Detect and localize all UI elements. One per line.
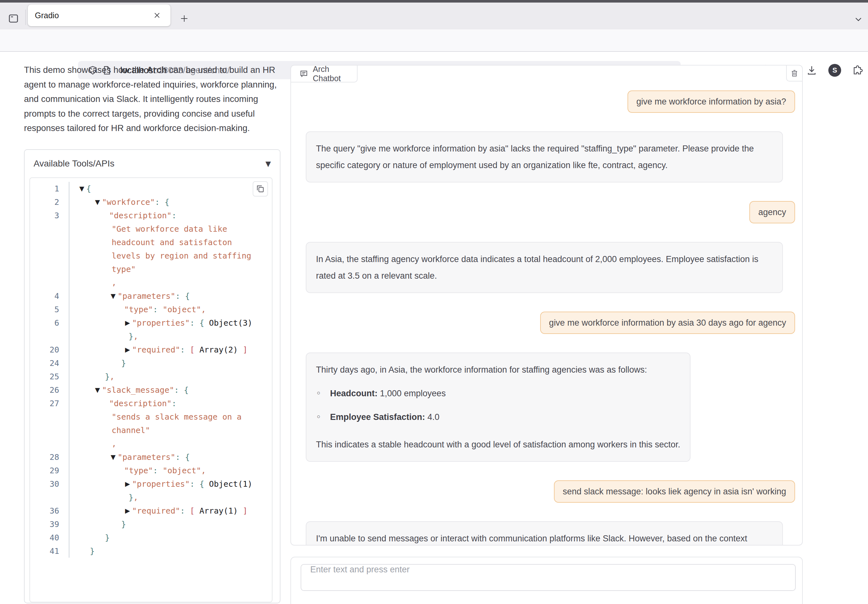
chatbot-header-label: Arch Chatbot — [291, 65, 358, 82]
bot-message-bubble: I'm unable to send messages or interact … — [306, 521, 783, 545]
expand-toggle-icon[interactable]: ▶ — [125, 480, 132, 488]
code-token: "parameters" — [118, 292, 175, 301]
sidebar-toggle-button[interactable] — [6, 10, 21, 27]
code-line: 6▶ "properties": { Object(3) — [30, 316, 272, 329]
code-line: 4▼ "parameters": { — [30, 289, 272, 303]
user-message-bubble: give me workforce information by asia? — [628, 90, 795, 113]
new-tab-button[interactable] — [177, 11, 192, 26]
user-message-bubble: agency — [749, 201, 795, 223]
code-token: "description" — [109, 399, 172, 408]
expand-toggle-icon[interactable]: ▼ — [111, 292, 118, 300]
accordion-caret-icon[interactable]: ▼ — [265, 160, 271, 168]
bullet-value: 4.0 — [425, 412, 439, 422]
code-token: : — [172, 399, 177, 408]
bot-bullet-item: ◦Headcount: 1,000 employees — [316, 385, 680, 402]
code-token: , — [133, 493, 138, 502]
bot-message-bubble: The query "give me workforce information… — [306, 131, 783, 182]
chat-message-list[interactable]: give me workforce information by asia?Th… — [291, 82, 802, 545]
chat-bubble-icon — [299, 70, 308, 78]
code-token: headcount and satisfacton — [112, 238, 232, 247]
browser-tab-gradio[interactable]: Gradio — [28, 5, 170, 26]
code-token: : { — [190, 318, 209, 327]
extensions-puzzle-icon[interactable] — [851, 62, 865, 79]
line-number: 20 — [30, 345, 69, 354]
code-line: "Get workforce data like — [30, 222, 272, 236]
code-line: levels by region and staffing — [30, 249, 272, 263]
code-token: Object(3) — [209, 318, 252, 327]
code-line: , — [30, 276, 272, 289]
code-token: : — [153, 466, 163, 475]
line-number: 36 — [30, 506, 69, 516]
bot-paragraph: I'm unable to send messages or interact … — [316, 530, 773, 545]
code-line: "sends a slack message on a — [30, 410, 272, 423]
demo-description-after: can be used to build an HR agent to mana… — [24, 65, 277, 133]
code-content: , — [69, 437, 272, 450]
accordion-header[interactable]: Available Tools/APIs ▼ — [25, 150, 280, 178]
code-token: { — [86, 184, 91, 193]
code-token: "description" — [109, 211, 172, 220]
code-token: "Get workforce data like — [112, 224, 227, 233]
expand-toggle-icon[interactable]: ▶ — [125, 346, 132, 354]
code-line: 40} — [30, 531, 272, 544]
code-line: 25}, — [30, 370, 272, 383]
chat-text-input[interactable] — [301, 564, 796, 591]
code-token: [ — [190, 506, 199, 516]
code-token: "slack_message" — [102, 385, 174, 395]
clear-chat-button[interactable] — [786, 65, 802, 82]
code-token: } — [121, 520, 126, 529]
code-content: "Get workforce data like — [69, 222, 272, 236]
expand-toggle-icon[interactable]: ▶ — [125, 507, 132, 514]
code-line: 28▼ "parameters": { — [30, 450, 272, 464]
code-line: 41} — [30, 544, 272, 558]
copy-button[interactable] — [253, 181, 268, 196]
expand-toggle-icon[interactable]: ▶ — [125, 319, 132, 327]
bullet-text: Employee Satisfaction: 4.0 — [330, 409, 439, 425]
plus-icon — [180, 14, 189, 23]
code-token: "type" — [124, 466, 153, 475]
code-token: : — [172, 211, 177, 220]
line-number: 29 — [30, 466, 69, 475]
account-avatar[interactable]: S — [828, 62, 842, 79]
download-icon[interactable] — [804, 62, 819, 79]
expand-toggle-icon[interactable]: ▼ — [79, 185, 86, 192]
browser-toolbar: localhost:18083/agent/chat/ — [0, 29, 868, 52]
list-all-tabs-button[interactable] — [851, 14, 866, 25]
bot-paragraph: In Asia, the staffing agency workforce d… — [316, 251, 773, 284]
available-tools-accordion: Available Tools/APIs ▼ 1▼ {2▼ "workforce… — [24, 149, 281, 603]
code-token: Object(1) — [209, 479, 252, 489]
line-number: 6 — [30, 318, 69, 327]
code-token: levels by region and staffing — [112, 251, 251, 261]
line-number: 28 — [30, 453, 69, 462]
code-token: : — [153, 305, 163, 314]
code-token: "workforce" — [102, 198, 155, 207]
code-content: }, — [69, 329, 272, 343]
code-token: "parameters" — [118, 453, 175, 462]
code-token: , — [201, 305, 206, 314]
code-token: ] — [238, 506, 248, 516]
code-token: : — [180, 345, 190, 354]
code-line: 30▶ "properties": { Object(1) — [30, 477, 272, 491]
expand-toggle-icon[interactable]: ▼ — [95, 198, 102, 206]
line-number: 24 — [30, 358, 69, 368]
code-content: "description": — [69, 209, 272, 222]
code-content: ▼ { — [69, 182, 272, 195]
code-line: , — [30, 437, 272, 450]
bot-message-bubble: In Asia, the staffing agency workforce d… — [306, 242, 783, 293]
code-line: 3"description": — [30, 209, 272, 222]
close-icon — [153, 11, 161, 19]
expand-toggle-icon[interactable]: ▼ — [111, 453, 118, 461]
expand-toggle-icon[interactable]: ▼ — [95, 386, 102, 394]
chevron-down-icon — [854, 15, 863, 24]
code-token: } — [129, 332, 133, 341]
code-token: "required" — [132, 506, 180, 516]
code-line: 24} — [30, 356, 272, 370]
code-content: }, — [69, 370, 272, 383]
code-content: } — [69, 531, 272, 544]
code-token: "required" — [132, 345, 180, 354]
line-number: 3 — [30, 211, 69, 220]
code-content: ▶ "properties": { Object(3) — [69, 316, 272, 329]
bullet-icon: ◦ — [316, 385, 330, 402]
tab-close-button[interactable] — [150, 9, 163, 22]
code-token: } — [105, 372, 110, 381]
code-token: Array(1) — [199, 506, 238, 516]
